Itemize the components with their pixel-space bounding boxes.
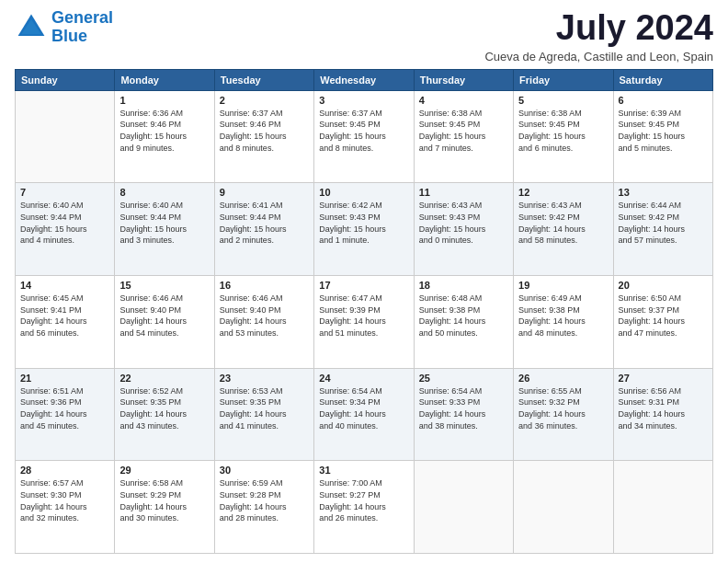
calendar-cell: 1Sunrise: 6:36 AMSunset: 9:46 PMDaylight… bbox=[115, 90, 214, 183]
logo-blue: Blue bbox=[51, 27, 87, 45]
page: General Blue July 2024 Cueva de Agreda, … bbox=[0, 0, 728, 563]
calendar-cell: 27Sunrise: 6:56 AMSunset: 9:31 PMDayligh… bbox=[613, 368, 712, 461]
day-number: 22 bbox=[119, 373, 209, 384]
calendar-cell: 17Sunrise: 6:47 AMSunset: 9:39 PMDayligh… bbox=[314, 276, 414, 369]
calendar-cell: 15Sunrise: 6:46 AMSunset: 9:40 PMDayligh… bbox=[115, 276, 214, 369]
day-info: Sunrise: 6:38 AMSunset: 9:45 PMDaylight:… bbox=[419, 108, 508, 154]
col-header-sunday: Sunday bbox=[16, 69, 115, 90]
calendar-cell: 29Sunrise: 6:58 AMSunset: 9:29 PMDayligh… bbox=[115, 461, 214, 554]
logo-general: General bbox=[51, 8, 113, 27]
calendar-cell: 3Sunrise: 6:37 AMSunset: 9:45 PMDaylight… bbox=[314, 90, 414, 183]
day-info: Sunrise: 6:44 AMSunset: 9:42 PMDaylight:… bbox=[619, 200, 708, 246]
day-info: Sunrise: 6:50 AMSunset: 9:37 PMDaylight:… bbox=[619, 293, 708, 339]
day-number: 19 bbox=[518, 280, 608, 291]
calendar-cell: 14Sunrise: 6:45 AMSunset: 9:41 PMDayligh… bbox=[16, 276, 115, 369]
header: General Blue July 2024 Cueva de Agreda, … bbox=[15, 9, 713, 63]
day-number: 5 bbox=[518, 95, 608, 106]
day-info: Sunrise: 6:39 AMSunset: 9:45 PMDaylight:… bbox=[619, 108, 708, 154]
calendar-cell: 16Sunrise: 6:46 AMSunset: 9:40 PMDayligh… bbox=[214, 276, 313, 369]
day-number: 8 bbox=[119, 187, 209, 198]
calendar-cell: 20Sunrise: 6:50 AMSunset: 9:37 PMDayligh… bbox=[613, 276, 712, 369]
day-info: Sunrise: 6:49 AMSunset: 9:38 PMDaylight:… bbox=[518, 293, 608, 339]
day-info: Sunrise: 6:43 AMSunset: 9:43 PMDaylight:… bbox=[419, 200, 508, 246]
day-number: 28 bbox=[20, 465, 109, 476]
day-info: Sunrise: 6:37 AMSunset: 9:46 PMDaylight:… bbox=[220, 108, 309, 154]
calendar-cell bbox=[613, 461, 712, 554]
day-number: 16 bbox=[220, 280, 309, 291]
day-number: 18 bbox=[419, 280, 508, 291]
title-block: July 2024 Cueva de Agreda, Castille and … bbox=[484, 9, 713, 63]
logo: General Blue bbox=[15, 9, 113, 46]
calendar-cell bbox=[16, 90, 115, 183]
calendar-cell: 22Sunrise: 6:52 AMSunset: 9:35 PMDayligh… bbox=[115, 368, 214, 461]
calendar-cell: 5Sunrise: 6:38 AMSunset: 9:45 PMDaylight… bbox=[514, 90, 613, 183]
day-number: 25 bbox=[419, 373, 508, 384]
day-info: Sunrise: 7:00 AMSunset: 9:27 PMDaylight:… bbox=[319, 477, 408, 523]
day-number: 17 bbox=[319, 280, 408, 291]
day-info: Sunrise: 6:46 AMSunset: 9:40 PMDaylight:… bbox=[220, 293, 309, 339]
day-info: Sunrise: 6:56 AMSunset: 9:31 PMDaylight:… bbox=[619, 385, 708, 431]
col-header-monday: Monday bbox=[115, 69, 214, 90]
day-number: 20 bbox=[619, 280, 708, 291]
logo-icon bbox=[15, 11, 48, 44]
day-info: Sunrise: 6:51 AMSunset: 9:36 PMDaylight:… bbox=[20, 385, 109, 431]
calendar-cell bbox=[414, 461, 513, 554]
day-info: Sunrise: 6:36 AMSunset: 9:46 PMDaylight:… bbox=[119, 108, 209, 154]
calendar-week-row: 1Sunrise: 6:36 AMSunset: 9:46 PMDaylight… bbox=[16, 90, 713, 183]
day-info: Sunrise: 6:55 AMSunset: 9:32 PMDaylight:… bbox=[518, 385, 608, 431]
day-number: 2 bbox=[220, 95, 309, 106]
day-number: 12 bbox=[518, 187, 608, 198]
day-number: 31 bbox=[319, 465, 408, 476]
col-header-thursday: Thursday bbox=[414, 69, 513, 90]
day-info: Sunrise: 6:59 AMSunset: 9:28 PMDaylight:… bbox=[220, 477, 309, 523]
day-number: 9 bbox=[220, 187, 309, 198]
day-info: Sunrise: 6:53 AMSunset: 9:35 PMDaylight:… bbox=[220, 385, 309, 431]
calendar-cell: 26Sunrise: 6:55 AMSunset: 9:32 PMDayligh… bbox=[514, 368, 613, 461]
day-info: Sunrise: 6:45 AMSunset: 9:41 PMDaylight:… bbox=[20, 293, 109, 339]
day-info: Sunrise: 6:52 AMSunset: 9:35 PMDaylight:… bbox=[119, 385, 209, 431]
day-number: 29 bbox=[119, 465, 209, 476]
calendar-cell: 19Sunrise: 6:49 AMSunset: 9:38 PMDayligh… bbox=[514, 276, 613, 369]
col-header-saturday: Saturday bbox=[613, 69, 712, 90]
calendar-cell: 7Sunrise: 6:40 AMSunset: 9:44 PMDaylight… bbox=[16, 183, 115, 276]
day-number: 26 bbox=[518, 373, 608, 384]
day-info: Sunrise: 6:48 AMSunset: 9:38 PMDaylight:… bbox=[419, 293, 508, 339]
day-number: 4 bbox=[419, 95, 508, 106]
location: Cueva de Agreda, Castille and Leon, Spai… bbox=[484, 50, 713, 63]
month-title: July 2024 bbox=[484, 9, 713, 48]
day-info: Sunrise: 6:57 AMSunset: 9:30 PMDaylight:… bbox=[20, 477, 109, 523]
calendar-cell: 31Sunrise: 7:00 AMSunset: 9:27 PMDayligh… bbox=[314, 461, 414, 554]
day-number: 27 bbox=[619, 373, 708, 384]
calendar-cell: 28Sunrise: 6:57 AMSunset: 9:30 PMDayligh… bbox=[16, 461, 115, 554]
calendar-week-row: 21Sunrise: 6:51 AMSunset: 9:36 PMDayligh… bbox=[16, 368, 713, 461]
col-header-friday: Friday bbox=[514, 69, 613, 90]
calendar-week-row: 14Sunrise: 6:45 AMSunset: 9:41 PMDayligh… bbox=[16, 276, 713, 369]
day-info: Sunrise: 6:40 AMSunset: 9:44 PMDaylight:… bbox=[119, 200, 209, 246]
calendar-week-row: 7Sunrise: 6:40 AMSunset: 9:44 PMDaylight… bbox=[16, 183, 713, 276]
logo-text: General Blue bbox=[51, 9, 113, 46]
day-info: Sunrise: 6:38 AMSunset: 9:45 PMDaylight:… bbox=[518, 108, 608, 154]
day-info: Sunrise: 6:47 AMSunset: 9:39 PMDaylight:… bbox=[319, 293, 408, 339]
day-number: 1 bbox=[119, 95, 209, 106]
day-info: Sunrise: 6:46 AMSunset: 9:40 PMDaylight:… bbox=[119, 293, 209, 339]
calendar-cell: 9Sunrise: 6:41 AMSunset: 9:44 PMDaylight… bbox=[214, 183, 313, 276]
calendar-cell: 6Sunrise: 6:39 AMSunset: 9:45 PMDaylight… bbox=[613, 90, 712, 183]
day-number: 14 bbox=[20, 280, 109, 291]
day-info: Sunrise: 6:43 AMSunset: 9:42 PMDaylight:… bbox=[518, 200, 608, 246]
calendar-cell: 11Sunrise: 6:43 AMSunset: 9:43 PMDayligh… bbox=[414, 183, 513, 276]
day-number: 10 bbox=[319, 187, 408, 198]
calendar-cell: 13Sunrise: 6:44 AMSunset: 9:42 PMDayligh… bbox=[613, 183, 712, 276]
day-number: 30 bbox=[220, 465, 309, 476]
calendar-week-row: 28Sunrise: 6:57 AMSunset: 9:30 PMDayligh… bbox=[16, 461, 713, 554]
day-number: 21 bbox=[20, 373, 109, 384]
day-number: 11 bbox=[419, 187, 508, 198]
col-header-tuesday: Tuesday bbox=[214, 69, 313, 90]
day-number: 7 bbox=[20, 187, 109, 198]
calendar-cell: 12Sunrise: 6:43 AMSunset: 9:42 PMDayligh… bbox=[514, 183, 613, 276]
calendar-header-row: SundayMondayTuesdayWednesdayThursdayFrid… bbox=[16, 69, 713, 90]
day-info: Sunrise: 6:54 AMSunset: 9:33 PMDaylight:… bbox=[419, 385, 508, 431]
day-info: Sunrise: 6:42 AMSunset: 9:43 PMDaylight:… bbox=[319, 200, 408, 246]
calendar-cell: 25Sunrise: 6:54 AMSunset: 9:33 PMDayligh… bbox=[414, 368, 513, 461]
calendar-cell: 18Sunrise: 6:48 AMSunset: 9:38 PMDayligh… bbox=[414, 276, 513, 369]
calendar-cell: 2Sunrise: 6:37 AMSunset: 9:46 PMDaylight… bbox=[214, 90, 313, 183]
